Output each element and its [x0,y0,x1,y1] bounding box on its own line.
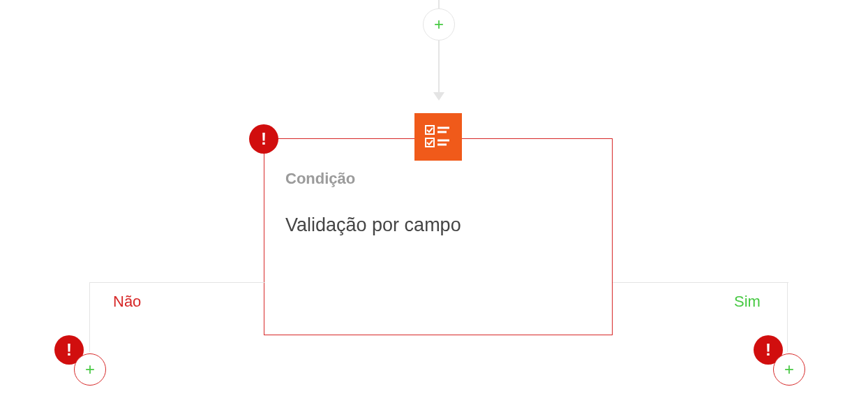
flow-canvas: + Condição Validação por campo ! Não Sim… [0,0,868,410]
plus-icon: + [434,16,444,33]
condition-title: Validação por campo [285,214,461,236]
branch-label-no: Não [113,293,141,311]
add-node-button-top[interactable]: + [423,8,455,41]
add-node-button-no[interactable]: + [74,353,106,386]
connector-line-arrow [438,41,440,95]
connector-line-no-v [89,282,90,352]
connector-line-top [438,0,440,8]
condition-type-label: Condição [285,170,355,188]
branch-label-yes: Sim [734,293,761,311]
connector-line-yes-v [787,282,788,352]
svg-rect-3 [426,138,434,147]
exclaim-glyph: ! [765,340,771,360]
plus-icon: + [784,361,794,378]
error-badge-icon: ! [249,124,278,154]
add-node-button-yes[interactable]: + [773,353,805,386]
plus-icon: + [85,361,95,378]
connector-line-no-h [89,282,265,283]
arrow-head-icon [433,92,444,101]
exclaim-glyph: ! [66,340,72,360]
checklist-icon [424,123,452,151]
condition-node[interactable]: Condição Validação por campo [264,138,613,335]
condition-icon-box [414,113,462,161]
connector-line-yes-h [613,282,788,283]
exclaim-glyph: ! [261,129,267,149]
svg-rect-0 [426,126,434,134]
